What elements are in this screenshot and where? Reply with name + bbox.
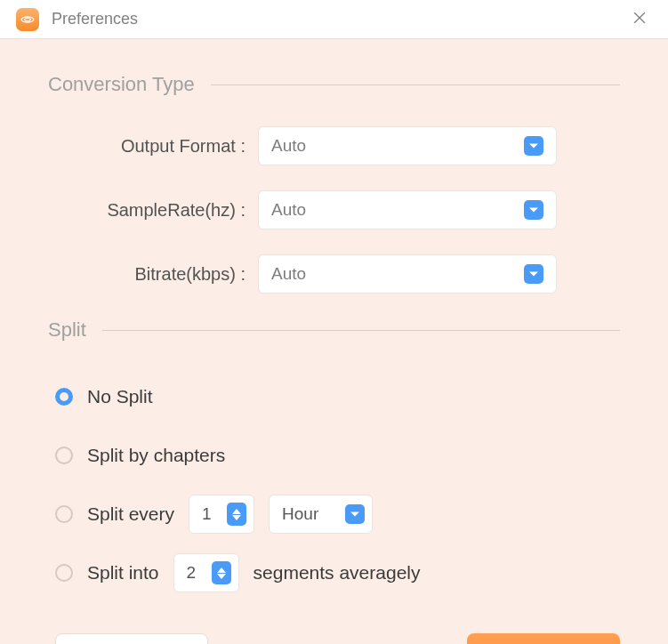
radio-every[interactable] [55, 505, 73, 523]
radio-into[interactable] [55, 564, 73, 582]
conversion-form: Output Format : Auto SampleRate(hz) : Au… [48, 126, 620, 294]
chevron-down-icon [524, 200, 543, 220]
titlebar: Preferences [0, 0, 668, 39]
stepper-every-amount[interactable]: 1 [189, 495, 254, 534]
split-label: Split into [87, 562, 159, 584]
default-button[interactable]: Default [55, 633, 208, 644]
row-output-format: Output Format : Auto [55, 126, 620, 165]
split-option-every[interactable]: Split every 1 Hour [55, 495, 620, 534]
dropdown-sample-rate[interactable]: Auto [258, 190, 557, 229]
close-button[interactable] [627, 5, 652, 34]
stepper-value: 1 [202, 504, 218, 524]
split-options: No Split Split by chapters Split every 1… [48, 377, 620, 592]
label-bitrate: Bitrate(kbps) : [55, 264, 258, 285]
dropdown-value: Auto [271, 200, 524, 220]
app-icon [16, 8, 39, 31]
save-button[interactable]: Save [467, 633, 620, 644]
row-bitrate: Bitrate(kbps) : Auto [55, 254, 620, 294]
stepper-buttons-icon[interactable] [227, 503, 246, 526]
unit-value: Hour [282, 504, 318, 524]
dropdown-bitrate[interactable]: Auto [258, 254, 557, 294]
split-label: Split by chapters [87, 445, 225, 466]
stepper-into-amount[interactable]: 2 [173, 553, 239, 592]
stepper-buttons-icon[interactable] [212, 561, 231, 584]
split-label: No Split [87, 386, 153, 407]
section-rule [211, 85, 620, 85]
footer: Default Save [48, 633, 620, 644]
section-conversion-head: Conversion Type [48, 73, 620, 96]
stepper-value: 2 [187, 563, 203, 583]
svg-point-1 [25, 18, 31, 20]
radio-by-chapters[interactable] [55, 447, 73, 464]
section-split-head: Split [48, 318, 620, 342]
chevron-down-icon [345, 504, 365, 524]
label-sample-rate: SampleRate(hz) : [55, 200, 258, 221]
dropdown-every-unit[interactable]: Hour [269, 495, 373, 534]
close-icon [631, 9, 648, 27]
radio-no-split[interactable] [55, 388, 73, 406]
row-sample-rate: SampleRate(hz) : Auto [55, 190, 620, 229]
label-output-format: Output Format : [55, 136, 258, 157]
dropdown-value: Auto [271, 264, 524, 284]
split-option-into[interactable]: Split into 2 segments averagely [55, 553, 620, 592]
split-option-by-chapters[interactable]: Split by chapters [55, 436, 620, 475]
chevron-down-icon [524, 264, 543, 284]
window-title: Preferences [52, 10, 138, 28]
dropdown-output-format[interactable]: Auto [258, 126, 557, 165]
section-conversion-title: Conversion Type [48, 73, 195, 96]
chevron-down-icon [524, 136, 543, 156]
split-label: Split every [87, 503, 174, 525]
svg-point-0 [21, 17, 34, 22]
split-suffix: segments averagely [254, 562, 421, 584]
title-left: Preferences [16, 8, 138, 31]
section-rule [102, 330, 620, 331]
dropdown-value: Auto [271, 136, 524, 156]
split-option-no-split[interactable]: No Split [55, 377, 620, 416]
content: Conversion Type Output Format : Auto Sam… [0, 39, 668, 644]
section-split-title: Split [48, 318, 86, 342]
